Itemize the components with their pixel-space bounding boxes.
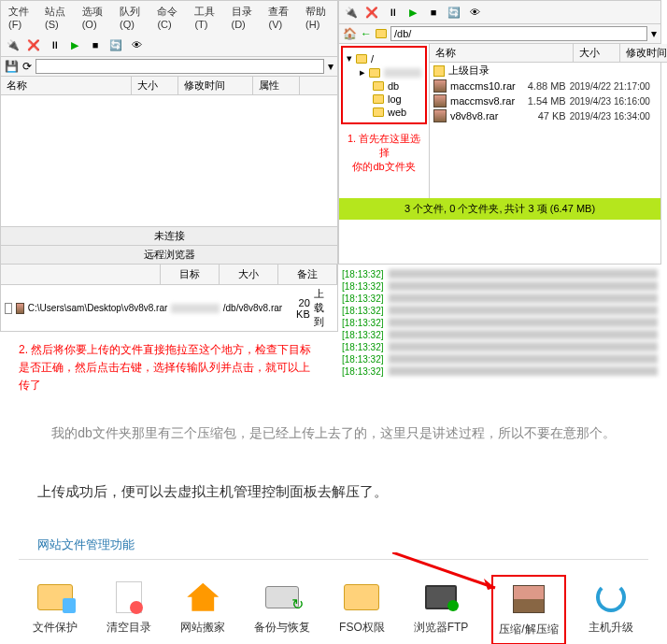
- body-text-2: 上传成功后，便可以去虚拟主机管理控制面板去解压了。: [0, 462, 667, 522]
- file-row[interactable]: v8v8v8.rar 47 KB 2019/4/23 16:34:00: [430, 108, 667, 123]
- main-toolbar[interactable]: 🔌 ❌ ⏸ ▶ ■ 🔄 👁: [1, 34, 337, 57]
- monitor-icon: [425, 585, 457, 609]
- remote-columns: 名称 大小 修改时间: [430, 44, 667, 63]
- local-status2: 远程浏览器: [1, 245, 337, 264]
- disconnect-icon[interactable]: ❌: [25, 36, 42, 53]
- annotation-1: 1. 首先在这里选择 你的db文件夹: [339, 126, 429, 179]
- pause-icon[interactable]: ⏸: [384, 4, 401, 21]
- local-path-input[interactable]: [35, 59, 324, 74]
- remote-toolbar[interactable]: 🔌 ❌ ⏸ ▶ ■ 🔄 👁: [339, 1, 660, 24]
- house-icon: [187, 583, 219, 611]
- svg-line-0: [392, 552, 495, 588]
- transfer-queue-row[interactable]: C:\Users\sam\Desktop\v8v8v8.rar /db/v8v8…: [0, 285, 338, 332]
- remote-file-list[interactable]: 上级目录 maccms10.rar 4.88 MB 2019/4/22 21:1…: [430, 63, 667, 123]
- func-fso[interactable]: FSO权限: [334, 575, 390, 644]
- remote-tree[interactable]: ▾/ ▸ db log web: [341, 46, 427, 124]
- annotation-2: 2. 然后将你要上传的文件直接拖拉至这个地方，检查下目标是否正确，然后点击右键，…: [0, 332, 338, 405]
- local-status: 未连接: [1, 226, 337, 245]
- local-file-list[interactable]: [1, 95, 337, 226]
- body-text-1: 我的db文件夹那里有三个压缩包，是已经上传上去了的，这里只是讲述过程，所以不要在…: [0, 405, 667, 462]
- folder-icon: [376, 29, 387, 38]
- archive-icon: [513, 585, 545, 613]
- rar-icon: [433, 94, 447, 107]
- refresh-icon[interactable]: 🔄: [446, 4, 462, 21]
- drive-icon: 💾: [5, 60, 19, 73]
- refresh-icon[interactable]: 🔄: [107, 36, 124, 53]
- up-folder-icon: [433, 65, 445, 77]
- back-icon[interactable]: ←: [361, 27, 372, 40]
- pause-icon[interactable]: ⏸: [46, 36, 63, 53]
- func-upgrade[interactable]: 主机升级: [583, 575, 639, 644]
- drive-icon: [265, 586, 299, 608]
- connect-icon[interactable]: 🔌: [343, 4, 360, 21]
- checkbox-icon[interactable]: [5, 303, 12, 314]
- local-columns: 名称 大小 修改时间 属性: [1, 77, 337, 95]
- rar-icon: [433, 109, 447, 122]
- func-migrate[interactable]: 网站搬家: [175, 575, 231, 644]
- remote-status: 3 个文件, 0 个文件夹, 共计 3 项 (6.47 MB): [339, 198, 660, 220]
- rar-icon: [433, 79, 447, 93]
- func-backup[interactable]: 备份与恢复: [248, 575, 316, 644]
- function-grid: 文件保护 清空目录 网站搬家 备份与恢复 FSO权限 浏览器FTP 压缩/解压缩…: [0, 560, 667, 644]
- stop-icon[interactable]: ■: [425, 4, 442, 21]
- panel-title: 网站文件管理功能: [19, 531, 648, 560]
- red-arrow-icon: [392, 552, 504, 590]
- disconnect-icon[interactable]: ❌: [363, 4, 380, 21]
- play-icon[interactable]: ▶: [66, 36, 83, 53]
- file-row[interactable]: maccms10.rar 4.88 MB 2019/4/22 21:17:00: [430, 79, 667, 93]
- rar-icon: [16, 303, 23, 314]
- folder-icon: [344, 584, 379, 610]
- document-icon: [116, 581, 142, 613]
- view-icon[interactable]: 👁: [128, 36, 145, 53]
- refresh-icon: [596, 582, 626, 612]
- view-icon[interactable]: 👁: [466, 4, 483, 21]
- parent-dir-row[interactable]: 上级目录: [430, 63, 667, 79]
- refresh-icon[interactable]: ⟳: [22, 60, 32, 73]
- home-icon[interactable]: 🏠: [343, 27, 357, 40]
- func-file-protect[interactable]: 文件保护: [27, 575, 83, 644]
- dropdown-icon[interactable]: ▾: [328, 60, 334, 73]
- stop-icon[interactable]: ■: [87, 36, 104, 53]
- func-clear-dir[interactable]: 清空目录: [101, 575, 157, 644]
- folder-shield-icon: [37, 584, 73, 610]
- dropdown-icon[interactable]: ▾: [651, 27, 657, 40]
- remote-path-input[interactable]: [390, 26, 647, 41]
- file-row[interactable]: maccmsv8.rar 1.54 MB 2019/4/23 16:16:00: [430, 93, 667, 108]
- play-icon[interactable]: ▶: [404, 4, 421, 21]
- main-menu[interactable]: 文件(F)站点(S)选项(O)队列(Q)命令(C)工具(T)目录(D)查看(V)…: [1, 1, 337, 34]
- log-panel: [18:13:32] [18:13:32] [18:13:32] [18:13:…: [338, 265, 661, 405]
- queue-tabs: 目标 大小 备注: [0, 265, 338, 285]
- connect-icon[interactable]: 🔌: [5, 36, 21, 53]
